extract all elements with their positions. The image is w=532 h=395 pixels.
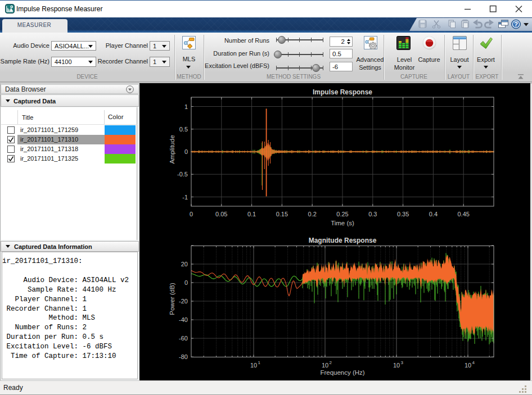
svg-text:Time (s): Time (s): [331, 220, 354, 226]
svg-text:10: 10: [393, 362, 400, 369]
svg-text:0: 0: [190, 211, 193, 217]
svg-text:Impulse Response: Impulse Response: [313, 88, 372, 96]
svg-text:0.25: 0.25: [336, 211, 348, 217]
svg-text:10: 10: [250, 362, 257, 369]
svg-text:0.5: 0.5: [179, 126, 188, 133]
svg-text:0: 0: [184, 148, 188, 155]
svg-text:0.15: 0.15: [276, 211, 288, 217]
svg-text:Magnitude Response: Magnitude Response: [309, 237, 377, 244]
svg-text:-80: -80: [179, 353, 188, 360]
svg-text:-0.5: -0.5: [177, 171, 188, 178]
svg-text:Frequency (Hz): Frequency (Hz): [320, 369, 364, 376]
svg-text:1: 1: [258, 360, 261, 365]
svg-text:Amplitude: Amplitude: [169, 135, 175, 164]
svg-text:10: 10: [322, 362, 328, 369]
svg-text:-1: -1: [182, 194, 188, 201]
svg-text:2: 2: [330, 360, 332, 365]
svg-text:3: 3: [401, 360, 404, 365]
svg-text:1: 1: [184, 103, 188, 110]
svg-text:?: ?: [514, 21, 518, 28]
svg-text:0.2: 0.2: [308, 211, 317, 217]
svg-text:-40: -40: [179, 316, 188, 323]
svg-text:20: 20: [181, 261, 188, 267]
svg-text:-60: -60: [179, 335, 188, 342]
svg-text:0.35: 0.35: [397, 211, 409, 217]
svg-text:0.4: 0.4: [429, 211, 438, 217]
svg-text:0.05: 0.05: [215, 211, 227, 217]
svg-text:0.45: 0.45: [457, 211, 469, 217]
svg-text:10: 10: [465, 362, 471, 369]
svg-text:4: 4: [472, 360, 475, 365]
svg-text:Power (dB): Power (dB): [169, 283, 175, 315]
svg-text:0: 0: [184, 279, 188, 286]
svg-text:-20: -20: [179, 298, 188, 305]
svg-text:0.1: 0.1: [247, 211, 256, 217]
svg-text:0.3: 0.3: [368, 211, 377, 217]
